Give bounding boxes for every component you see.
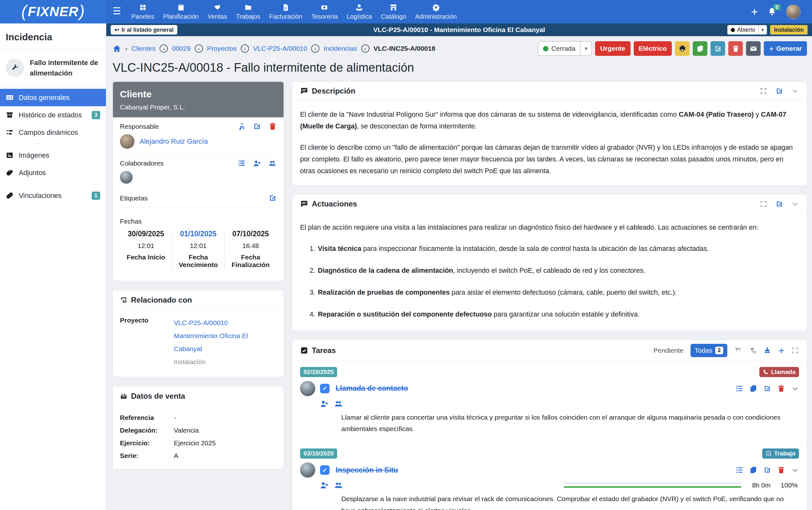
email-button[interactable] xyxy=(746,41,761,56)
add-group-icon[interactable] xyxy=(334,399,343,408)
task-title-link[interactable]: Inspección in Situ xyxy=(336,466,398,475)
reassign-icon[interactable] xyxy=(238,122,245,130)
nav-item-tesoreria[interactable]: Tesorería xyxy=(307,3,342,20)
task-checkbox[interactable]: ✓ xyxy=(320,384,329,393)
responsable-name-link[interactable]: Alejandro Ruiz García xyxy=(140,137,208,146)
urgente-button[interactable]: Urgente xyxy=(595,41,630,56)
related-project-name-link[interactable]: Mantenimiento Oficina El Cabanyal xyxy=(174,330,277,356)
edit-description-icon[interactable] xyxy=(776,87,783,95)
project-context-title: VLC-P25-A/00010 - Mantenimiento Oficina … xyxy=(373,26,545,34)
collaborators-list-icon[interactable] xyxy=(238,159,245,167)
electrico-button[interactable]: Eléctrico xyxy=(634,41,672,56)
chevron-down-icon: ▼ xyxy=(758,25,766,34)
related-project-code-link[interactable]: VLC-P25-A/00010 xyxy=(174,317,277,330)
user-avatar[interactable] xyxy=(786,4,801,19)
breadcrumb-clientes[interactable]: Clientes xyxy=(131,45,155,52)
filter-todas-tab[interactable]: Todas 2 xyxy=(691,344,728,357)
filter-pendiente-tab[interactable]: Pendiente xyxy=(654,347,684,354)
related-project-type: Instalación xyxy=(174,358,206,365)
proyecto-label: Proyecto xyxy=(120,317,174,368)
breadcrumb-incidencias[interactable]: Incidencias xyxy=(323,45,357,52)
clear-filter-icon[interactable] xyxy=(749,347,756,354)
task-checkbox[interactable]: ✓ xyxy=(320,465,329,475)
fields-list-icon xyxy=(6,128,13,137)
expand-task-chevron-icon[interactable] xyxy=(791,466,799,474)
link-icon xyxy=(6,191,13,200)
project-stage-button[interactable]: Instalación xyxy=(770,25,808,35)
sales-card-title: Datos de venta xyxy=(131,392,185,400)
nav-item-ventas[interactable]: Ventas xyxy=(203,3,231,20)
sidebar-item-adjuntos[interactable]: Adjuntos xyxy=(0,164,106,181)
sidebar-item-campos-dinamicos[interactable]: Campos dinámicos xyxy=(0,124,106,141)
duplicate-button[interactable] xyxy=(693,41,707,56)
client-card: Cliente Cabanyal Proper, S.L. Responsabl… xyxy=(113,82,284,281)
sidebar-item-vinculaciones[interactable]: Vinculaciones 1 xyxy=(0,187,106,204)
page-title: VLC-INC25-A/00018 - Fallo intermitente d… xyxy=(106,56,812,82)
subtasks-icon[interactable] xyxy=(735,466,743,474)
nav-item-facturacion[interactable]: Facturación xyxy=(265,3,307,20)
add-person-icon[interactable] xyxy=(253,159,261,167)
expand-icon[interactable] xyxy=(760,87,767,95)
task-title-link[interactable]: Llamada de contacto xyxy=(336,384,408,393)
edit-button[interactable] xyxy=(710,41,725,56)
breadcrumb-00029[interactable]: 00029 xyxy=(172,45,190,52)
edit-responsable-icon[interactable] xyxy=(253,122,261,130)
hamburger-menu-icon[interactable]: ☰ xyxy=(113,5,121,17)
archive-icon xyxy=(6,111,13,119)
nav-item-administracion[interactable]: Administración xyxy=(411,3,461,20)
back-to-list-button[interactable]: ↩ Ir al listado general xyxy=(111,25,177,35)
add-person-icon[interactable] xyxy=(320,399,328,408)
etiquetas-label: Etiquetas xyxy=(120,194,148,202)
actuaciones-title: Actuaciones xyxy=(312,200,357,208)
nav-item-catalogo[interactable]: Catálogo xyxy=(377,3,411,20)
filter-icon[interactable] xyxy=(734,347,742,354)
print-button[interactable] xyxy=(675,41,690,56)
breadcrumb-separator-icon: › xyxy=(241,44,249,53)
task-avatar xyxy=(300,462,315,478)
collapse-chevron-icon[interactable] xyxy=(791,200,799,208)
incident-status-select[interactable]: Cerrada ▼ xyxy=(538,41,592,56)
delete-task-icon[interactable] xyxy=(777,466,785,474)
breadcrumb-proyecto-codigo[interactable]: VLC-P25-A/00010 xyxy=(253,45,307,52)
client-card-header: Cliente Cabanyal Proper, S.L. xyxy=(113,82,284,117)
add-person-icon[interactable] xyxy=(320,481,328,489)
generate-button[interactable]: + Generar xyxy=(764,41,807,56)
delete-responsable-icon[interactable] xyxy=(269,122,277,130)
notifications-bell-icon[interactable]: 0 xyxy=(767,7,777,16)
fechas-grid: 30/09/2025 12:01 Fecha Inicio 01/10/2025… xyxy=(120,225,277,276)
delete-task-icon[interactable] xyxy=(777,385,785,392)
copy-task-icon[interactable] xyxy=(750,385,757,392)
edit-actuaciones-icon[interactable] xyxy=(776,200,783,208)
expand-tasks-icon[interactable] xyxy=(791,347,799,354)
task-progress-percent: 100% xyxy=(781,481,798,489)
subtasks-icon[interactable] xyxy=(735,385,743,392)
edit-task-icon[interactable] xyxy=(763,385,771,392)
app-logo[interactable]: (FIXNER) xyxy=(0,0,106,24)
add-group-icon[interactable] xyxy=(334,481,343,489)
nav-item-logistica[interactable]: Logística xyxy=(342,3,377,20)
quick-add-icon[interactable]: + xyxy=(751,6,758,18)
sidebar-item-historico-estados[interactable]: Histórico de estados 3 xyxy=(0,106,106,124)
breadcrumb-proyectos[interactable]: Proyectos xyxy=(207,45,237,52)
nav-item-trabajos[interactable]: Trabajos xyxy=(232,3,265,20)
add-task-icon[interactable]: + xyxy=(778,345,784,356)
project-status-select[interactable]: Abierto ▼ xyxy=(727,25,767,35)
gear-icon xyxy=(432,3,440,11)
printer-icon xyxy=(679,45,686,52)
delete-button[interactable] xyxy=(728,41,743,56)
sidebar-item-datos-generales[interactable]: Datos generales xyxy=(0,89,106,106)
expand-task-chevron-icon[interactable] xyxy=(791,385,799,392)
home-icon[interactable] xyxy=(113,44,121,53)
add-group-icon[interactable] xyxy=(269,159,277,167)
copy-task-icon[interactable] xyxy=(750,466,757,474)
stamp-icon[interactable] xyxy=(763,347,771,354)
edit-task-icon[interactable] xyxy=(763,466,771,474)
expand-icon[interactable] xyxy=(760,200,767,208)
vinculaciones-count-badge: 1 xyxy=(92,191,100,200)
nav-item-paneles[interactable]: Paneles xyxy=(127,3,158,20)
fecha-inicio: 30/09/2025 12:01 Fecha Inicio xyxy=(120,230,172,269)
sidebar-item-imagenes[interactable]: Imágenes xyxy=(0,147,106,164)
nav-item-planificacion[interactable]: Planificación xyxy=(158,3,203,20)
collapse-chevron-icon[interactable] xyxy=(791,87,799,95)
edit-tags-icon[interactable] xyxy=(269,194,277,202)
